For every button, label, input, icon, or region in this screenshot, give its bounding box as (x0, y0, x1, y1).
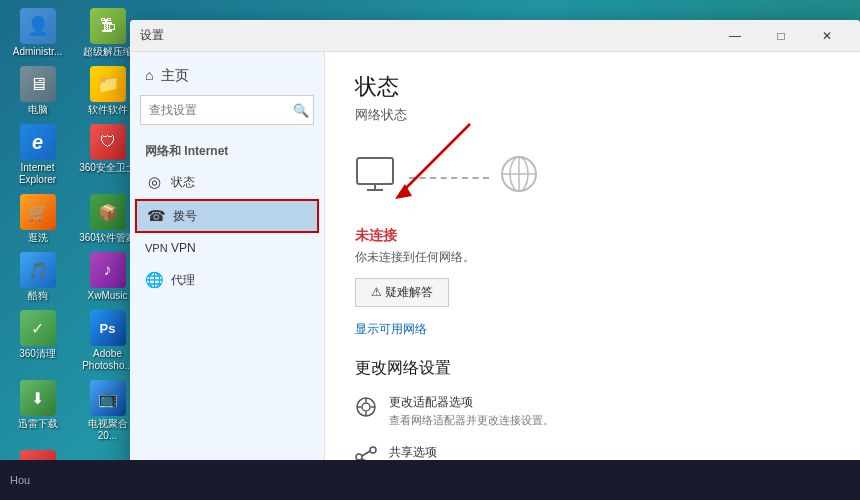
adobe-label: Adobe Photosho... (78, 348, 137, 372)
adapter-desc: 查看网络适配器并更改连接设置。 (389, 413, 554, 428)
adobe-icon: Ps (90, 310, 126, 346)
search-icon[interactable]: 🔍 (289, 96, 313, 124)
window-titlebar: 设置 — □ ✕ (130, 20, 860, 52)
jieya-icon: 🗜 (90, 8, 126, 44)
minimize-button[interactable]: — (712, 20, 758, 52)
ruanjian-icon: 📁 (90, 66, 126, 102)
sidebar-item-vpn[interactable]: VPN VPN (130, 233, 324, 263)
tv-label: 电视聚合20... (78, 418, 137, 442)
home-icon: ⌂ (145, 67, 153, 83)
adapter-title: 更改适配器选项 (389, 394, 554, 411)
ruanjian-label: 软件软件 (88, 104, 128, 116)
desktop: 👤 Administr... 🗜 超级解压缩 🖥 电脑 📁 (0, 0, 860, 500)
360c-icon: ✓ (20, 310, 56, 346)
network-diagram-area (355, 144, 830, 212)
xialei-label: 迅雷下载 (18, 418, 58, 430)
taskbar-text: Hou (10, 474, 30, 486)
settings-sidebar: ⌂ 主页 🔍 网络和 Internet ◎ 状态 ☎ 拨号 VP (130, 52, 325, 475)
pc-diagram-icon (355, 156, 399, 200)
window-title: 设置 (140, 27, 712, 44)
desktop-icon-gouwu[interactable]: 🛒 逛洗 (5, 191, 70, 247)
diannao-icon: 🖥 (20, 66, 56, 102)
vpn-icon: VPN (145, 242, 163, 254)
gouwu-label: 逛洗 (28, 232, 48, 244)
dial-icon: ☎ (147, 207, 165, 225)
svg-line-18 (362, 451, 370, 456)
main-subtitle: 网络状态 (355, 106, 830, 124)
adapter-text: 更改适配器选项 查看网络适配器并更改连接设置。 (389, 394, 554, 428)
connection-status: 未连接 (355, 227, 830, 245)
xwmusic-icon: ♪ (90, 252, 126, 288)
svg-point-10 (362, 403, 370, 411)
taskbar: Hou (0, 460, 860, 500)
proxy-item-label: 代理 (171, 272, 195, 289)
admin-icon: 👤 (20, 8, 56, 44)
main-title: 状态 (355, 72, 830, 102)
network-diagram (355, 144, 830, 212)
jieya-label: 超级解压缩 (83, 46, 133, 58)
admin-label: Administr... (13, 46, 62, 58)
more-settings-title: 更改网络设置 (355, 358, 830, 379)
search-input[interactable] (141, 103, 289, 117)
svg-point-15 (370, 447, 376, 453)
home-label: 主页 (161, 67, 189, 83)
sidebar-item-proxy[interactable]: 🌐 代理 (130, 263, 324, 297)
status-description: 你未连接到任何网络。 (355, 249, 830, 266)
search-box[interactable]: 🔍 (140, 95, 314, 125)
xwmusic-label: XwMusic (87, 290, 127, 302)
desktop-icon-ie[interactable]: e Internet Explorer (5, 121, 70, 189)
sidebar-section-label: 网络和 Internet (130, 135, 324, 165)
proxy-icon: 🌐 (145, 271, 163, 289)
sidebar-item-status[interactable]: ◎ 状态 (130, 165, 324, 199)
settings-main-content: 状态 网络状态 (325, 52, 860, 475)
status-icon: ◎ (145, 173, 163, 191)
desktop-icon-360c[interactable]: ✓ 360清理 (5, 307, 70, 375)
kugou-icon: 🎵 (20, 252, 56, 288)
close-button[interactable]: ✕ (804, 20, 850, 52)
tv-icon: 📺 (90, 380, 126, 416)
dial-item-label: 拨号 (173, 208, 197, 225)
360b-icon: 📦 (90, 194, 126, 230)
360b-label: 360软件管家 (79, 232, 136, 244)
360c-label: 360清理 (19, 348, 56, 360)
desktop-icon-admin[interactable]: 👤 Administr... (5, 5, 70, 61)
desktop-icon-diannao[interactable]: 🖥 电脑 (5, 63, 70, 119)
desktop-icon-xialei[interactable]: ⬇ 迅雷下载 (5, 377, 70, 445)
desktop-icons-container: 👤 Administr... 🗜 超级解压缩 🖥 电脑 📁 (5, 5, 140, 500)
maximize-button[interactable]: □ (758, 20, 804, 52)
adapter-option[interactable]: 更改适配器选项 查看网络适配器并更改连接设置。 (355, 394, 830, 428)
gouwu-icon: 🛒 (20, 194, 56, 230)
360-icon: 🛡 (90, 124, 126, 160)
share-title: 共享选项 (389, 444, 598, 461)
sidebar-home-item[interactable]: ⌂ 主页 (130, 52, 324, 95)
show-networks-link[interactable]: 显示可用网络 (355, 321, 427, 338)
vpn-item-label: VPN (171, 241, 196, 255)
xialei-icon: ⬇ (20, 380, 56, 416)
svg-rect-0 (357, 158, 393, 184)
settings-window: 设置 — □ ✕ ⌂ 主页 🔍 网络和 Internet (130, 20, 860, 475)
adapter-icon (355, 396, 377, 418)
desktop-icon-kugou[interactable]: 🎵 酷狗 (5, 249, 70, 305)
connection-line (409, 177, 489, 179)
status-item-label: 状态 (171, 174, 195, 191)
360-label: 360安全卫士 (79, 162, 136, 174)
diannao-label: 电脑 (28, 104, 48, 116)
kugou-label: 酷狗 (28, 290, 48, 302)
window-controls: — □ ✕ (712, 20, 850, 52)
globe-icon (499, 154, 539, 202)
sidebar-item-dial[interactable]: ☎ 拨号 (135, 199, 319, 233)
ie-label: Internet Explorer (8, 162, 67, 186)
ie-icon: e (20, 124, 56, 160)
window-body: ⌂ 主页 🔍 网络和 Internet ◎ 状态 ☎ 拨号 VP (130, 52, 860, 475)
troubleshoot-button[interactable]: ⚠ 疑难解答 (355, 278, 449, 307)
